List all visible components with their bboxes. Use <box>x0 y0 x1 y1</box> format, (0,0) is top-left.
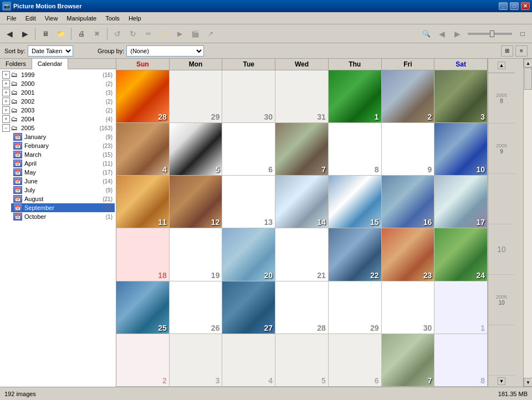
cal-cell-oct5[interactable]: 5 <box>275 334 329 387</box>
cal-cell-sep28[interactable]: 28 <box>275 281 329 334</box>
print-button[interactable]: 🖨 <box>74 27 89 41</box>
cal-cell-sep11[interactable]: 11 <box>116 176 170 228</box>
group-select[interactable]: (None) <box>126 45 204 57</box>
month-march[interactable]: 📅 March (15) <box>11 150 115 159</box>
tree-item-2002[interactable]: + 🗂 2002 (2) <box>1 97 115 106</box>
cal-cell-aug28[interactable]: 28 <box>116 70 170 123</box>
cal-cell-sep15[interactable]: 15 <box>329 176 382 228</box>
view-list-button[interactable]: ≡ <box>515 45 528 57</box>
cal-cell-sep9[interactable]: 9 <box>382 123 435 176</box>
cal-cell-sep12[interactable]: 12 <box>170 176 223 228</box>
cal-cell-oct2[interactable]: 2 <box>116 334 170 387</box>
cal-cell-sep19[interactable]: 19 <box>170 228 223 281</box>
menu-help[interactable]: Help <box>124 14 146 23</box>
month-may[interactable]: 📅 May (17) <box>11 168 115 177</box>
close-button[interactable]: ✕ <box>521 2 530 10</box>
expand-2001[interactable]: + <box>2 89 10 96</box>
back-button[interactable]: ◀ <box>2 27 17 41</box>
zoom-slider[interactable] <box>468 33 512 35</box>
cal-cell-sep30[interactable]: 30 <box>382 281 435 334</box>
cal-cell-sep16[interactable]: 16 <box>382 176 435 228</box>
tree-item-2004[interactable]: + 🗂 2004 (4) <box>1 115 115 124</box>
sort-select[interactable]: Date Taken <box>28 45 73 57</box>
scrollbar-down[interactable]: ▼ <box>524 378 532 387</box>
slideshow-button[interactable]: ▶ <box>172 27 187 41</box>
cal-cell-sep29[interactable]: 29 <box>329 281 382 334</box>
month-september[interactable]: 📅 September (43) <box>11 203 115 212</box>
toolbar-right2[interactable]: ◀ <box>434 27 449 41</box>
menu-tools[interactable]: Tools <box>101 14 124 23</box>
cal-cell-sep10[interactable]: 10 <box>434 123 488 176</box>
month-february[interactable]: 📅 February (23) <box>11 141 115 150</box>
expand-2005[interactable]: − <box>2 124 10 132</box>
expand-1999[interactable]: + <box>2 71 10 79</box>
minimize-button[interactable]: _ <box>499 2 508 10</box>
cal-cell-sep18[interactable]: 18 <box>116 228 170 281</box>
toolbar-right1[interactable]: 🔍 <box>419 27 433 41</box>
month-july[interactable]: 📅 July (9) <box>11 186 115 194</box>
expand-2004[interactable]: + <box>2 115 10 123</box>
month-august[interactable]: 📅 August (21) <box>11 194 115 203</box>
rotate-ccw-button[interactable]: ↺ <box>110 27 125 41</box>
cal-cell-sep21[interactable]: 21 <box>275 228 329 281</box>
forward-button[interactable]: ▶ <box>18 27 32 41</box>
toolbar-view[interactable]: □ <box>515 27 530 41</box>
cal-cell-sep1[interactable]: 1 <box>329 70 382 123</box>
cal-cell-oct7[interactable]: 7 <box>382 334 435 387</box>
expand-2003[interactable]: + <box>2 106 10 114</box>
menu-edit[interactable]: Edit <box>21 14 40 23</box>
month-january[interactable]: 📅 January (9) <box>11 132 115 141</box>
enhance-button[interactable]: ✨ <box>157 27 171 41</box>
cal-cell-oct1[interactable]: 1 <box>434 281 488 334</box>
cal-cell-sep2[interactable]: 2 <box>382 70 435 123</box>
menu-view[interactable]: View <box>40 14 63 23</box>
cal-cell-sep14[interactable]: 14 <box>275 176 329 228</box>
month-april[interactable]: 📅 April (11) <box>11 159 115 168</box>
cal-cell-sep24[interactable]: 24 <box>434 228 488 281</box>
month-june[interactable]: 📅 June (14) <box>11 177 115 186</box>
view-grid-button[interactable]: ⊞ <box>501 45 513 57</box>
movie-button[interactable]: 🎬 <box>188 27 202 41</box>
cal-cell-sep4[interactable]: 4 <box>116 123 170 176</box>
cal-cell-aug31[interactable]: 31 <box>275 70 329 123</box>
rotate-cw-button[interactable]: ↻ <box>126 27 140 41</box>
toolbar-right3[interactable]: ▶ <box>450 27 464 41</box>
export-button[interactable]: ↗ <box>203 27 218 41</box>
cal-cell-oct4[interactable]: 4 <box>222 334 275 387</box>
cal-cell-sep23[interactable]: 23 <box>382 228 435 281</box>
menu-file[interactable]: File <box>2 14 21 23</box>
scrollbar-thumb[interactable] <box>524 68 532 90</box>
cal-cell-oct3[interactable]: 3 <box>170 334 223 387</box>
folders-tab[interactable]: Folders <box>0 59 32 69</box>
tree-item-2000[interactable]: + 🗂 2000 (2) <box>1 79 115 88</box>
scroll-up-button[interactable]: ▲ <box>498 61 505 69</box>
expand-2000[interactable]: + <box>2 80 10 88</box>
cal-cell-sep26[interactable]: 26 <box>170 281 223 334</box>
cal-cell-sep7[interactable]: 7 <box>275 123 329 176</box>
tree-item-2001[interactable]: + 🗂 2001 (3) <box>1 88 115 97</box>
cal-cell-sep17[interactable]: 17 <box>434 176 488 228</box>
menu-manipulate[interactable]: Manipulate <box>62 14 101 23</box>
cal-cell-sep6[interactable]: 6 <box>222 123 275 176</box>
cal-cell-sep22[interactable]: 22 <box>329 228 382 281</box>
tree-item-1999[interactable]: + 🗂 1999 (16) <box>1 70 115 79</box>
cal-cell-oct8[interactable]: 8 <box>434 334 488 387</box>
scrollbar-up[interactable]: ▲ <box>524 59 532 68</box>
tree-item-2003[interactable]: + 🗂 2003 (2) <box>1 106 115 115</box>
browse-button[interactable]: 🖥 <box>38 27 53 41</box>
cal-cell-sep5[interactable]: 5 <box>170 123 223 176</box>
calendar-tab[interactable]: Calendar <box>32 59 69 69</box>
cal-cell-sep27[interactable]: 27 <box>222 281 275 334</box>
cal-cell-sep25[interactable]: 25 <box>116 281 170 334</box>
cal-cell-oct6[interactable]: 6 <box>329 334 382 387</box>
scroll-down-button[interactable]: ▼ <box>498 377 505 385</box>
cal-cell-sep8[interactable]: 8 <box>329 123 382 176</box>
cal-cell-aug30[interactable]: 30 <box>222 70 275 123</box>
month-october[interactable]: 📅 October (1) <box>11 212 115 221</box>
edit-button[interactable]: ✏ <box>141 27 156 41</box>
delete-button[interactable]: ✖ <box>90 27 104 41</box>
cal-cell-sep3[interactable]: 3 <box>434 70 488 123</box>
cal-cell-sep13[interactable]: 13 <box>222 176 275 228</box>
cal-cell-aug29[interactable]: 29 <box>170 70 223 123</box>
expand-2002[interactable]: + <box>2 98 10 105</box>
